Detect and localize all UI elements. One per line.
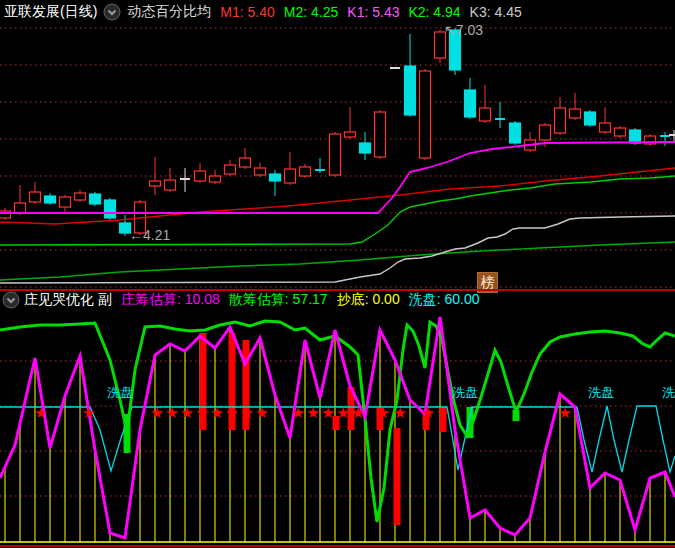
star-signal: ★ [165, 404, 178, 421]
candle-up [300, 167, 311, 176]
candle-up [540, 125, 551, 140]
candle-up [60, 197, 71, 207]
star-signal: ★ [336, 404, 349, 421]
ma-line-k2 [0, 176, 675, 245]
star-signal: ★ [210, 404, 223, 421]
chart1-header: 亚联发展(日线) 动态百分比均 M1: 5.40M2: 4.25K1: 5.43… [0, 0, 675, 24]
candle-up [195, 171, 206, 181]
red-signal-bar [394, 428, 401, 525]
star-signal: ★ [351, 404, 364, 421]
candle-down [510, 123, 521, 143]
star-signal: ★ [150, 404, 163, 421]
candle-up [615, 128, 626, 136]
candle-up [330, 134, 341, 175]
xipan-label: 洗盘 [588, 385, 614, 400]
star-signal: ★ [436, 404, 449, 421]
indicator-value-庄筹估算: 庄筹估算: 10.08 [121, 291, 220, 307]
candle-up [570, 109, 581, 118]
indicator-value-洗盘: 洗盘: 60.00 [409, 291, 480, 307]
xipan-label: 洗盘 [662, 385, 675, 400]
price-annotation: ↖7.03 [444, 24, 483, 38]
candle-up [240, 158, 251, 167]
indicator-value-K2: K2: 4.94 [408, 4, 460, 20]
xipan-label: 洗盘 [107, 385, 133, 400]
candle-up [150, 181, 161, 186]
candle-up [375, 112, 386, 157]
candle-up [15, 203, 26, 213]
candle-down [270, 174, 281, 181]
candlestick-series [0, 28, 675, 236]
candle-up [285, 169, 296, 183]
price-annotation: ←4.21 [129, 227, 170, 243]
star-signal: ★ [376, 404, 389, 421]
candle-down [405, 66, 416, 115]
candle-up [600, 123, 611, 132]
star-signal: ★ [82, 404, 95, 421]
candle-down [630, 130, 641, 143]
indicator-value-散筹估算: 散筹估算: 57.17 [229, 291, 328, 307]
star-signal: ★ [291, 404, 304, 421]
indicator-name-1: 动态百分比均 [127, 3, 211, 21]
candle-up [0, 211, 11, 218]
indicator-values-2: 庄筹估算: 10.08散筹估算: 57.17抄底: 0.00洗盘: 60.00 [112, 291, 480, 309]
star-signal: ★ [393, 404, 406, 421]
indicator-value-M2: M2: 4.25 [284, 4, 338, 20]
star-signal: ★ [195, 404, 208, 421]
chart2-header: 庄见哭优化 副 庄筹估算: 10.08散筹估算: 57.17抄底: 0.00洗盘… [0, 291, 675, 308]
candle-up [480, 108, 491, 121]
indicator-chart[interactable]: ★★★★★★★★★★★★★★★★★★★★洗盘洗盘洗盘洗盘 [0, 308, 675, 548]
star-signal: ★ [34, 404, 47, 421]
indicator-value-M1: M1: 5.40 [220, 4, 274, 20]
star-signal: ★ [255, 404, 268, 421]
candle-up [210, 176, 221, 182]
indicator-value-抄底: 抄底: 0.00 [337, 291, 400, 307]
candle-down [465, 90, 476, 117]
candle-up [345, 132, 356, 137]
candle-up [555, 108, 566, 133]
candle-up [30, 192, 41, 202]
collapse-chevron-icon-1[interactable] [103, 3, 121, 21]
star-signal: ★ [240, 404, 253, 421]
candle-up [75, 193, 86, 200]
indicator-value-K3: K3: 4.45 [470, 4, 522, 20]
candle-up [420, 71, 431, 158]
candle-down [90, 194, 101, 204]
candle-down [105, 200, 116, 218]
xipan-label: 洗盘 [452, 385, 478, 400]
candle-up [255, 168, 266, 175]
indicator-value-K1: K1: 5.43 [347, 4, 399, 20]
star-signal: ★ [421, 404, 434, 421]
app-window: 亚联发展(日线) 动态百分比均 M1: 5.40M2: 4.25K1: 5.43… [0, 0, 675, 548]
stock-title: 亚联发展(日线) [4, 3, 97, 21]
star-signal: ★ [321, 404, 334, 421]
collapse-chevron-icon-2[interactable] [2, 291, 20, 309]
candle-up [165, 180, 176, 190]
candle-down [585, 112, 596, 125]
star-signal: ★ [225, 404, 238, 421]
indicator-values-1: M1: 5.40M2: 4.25K1: 5.43K2: 4.94K3: 4.45 [211, 4, 521, 20]
candle-down [45, 196, 56, 203]
indicator-tag-2: 副 [98, 291, 112, 309]
candle-up [225, 165, 236, 174]
candlestick-chart[interactable]: ←4.21↖7.03 [0, 24, 675, 289]
indicator-name-2: 庄见哭优化 [24, 291, 94, 309]
star-signal: ★ [558, 404, 571, 421]
star-signal: ★ [306, 404, 319, 421]
ma-line-m2 [0, 242, 675, 280]
star-signal: ★ [180, 404, 193, 421]
candle-down [360, 143, 371, 153]
